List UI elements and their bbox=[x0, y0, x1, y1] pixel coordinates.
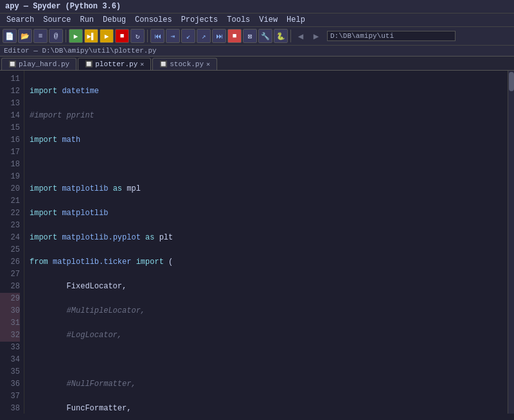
code-container: 11121314 15161718 19202122 23242526 2728… bbox=[0, 71, 514, 414]
toolbar-restart[interactable]: ↻ bbox=[130, 29, 145, 43]
tab-label-play: play_hard.py bbox=[19, 60, 69, 68]
toolbar-forward[interactable]: ▶ bbox=[309, 29, 323, 43]
code-content[interactable]: import datetime #import pprint import ma… bbox=[24, 71, 508, 414]
editor-header: Editor — D:\DB\amipy\util\plotter.py bbox=[0, 46, 514, 57]
tab-label-plotter: plotter.py bbox=[95, 60, 137, 68]
toolbar-path[interactable]: D:\DB\amipy\uti bbox=[327, 31, 456, 41]
menu-source[interactable]: Source bbox=[39, 15, 75, 25]
tabs: 🔲 play_hard.py 🔲 plotter.py ✕ 🔲 stock.py… bbox=[0, 57, 514, 71]
toolbar-run-cell[interactable]: ▶▌ bbox=[84, 29, 98, 43]
toolbar-debug-in[interactable]: ↙ bbox=[181, 29, 195, 43]
menu-tools[interactable]: Tools bbox=[223, 15, 254, 25]
toolbar-run[interactable]: ▶ bbox=[69, 29, 83, 43]
editor-path: Editor — D:\DB\amipy\util\plotter.py bbox=[4, 47, 157, 55]
menu-bar: Search Source Run Debug Consoles Project… bbox=[0, 13, 514, 27]
toolbar-debug-out[interactable]: ↗ bbox=[197, 29, 211, 43]
toolbar-python[interactable]: 🐍 bbox=[274, 29, 288, 43]
toolbar-breakpoint[interactable]: ⊠ bbox=[243, 29, 257, 43]
toolbar-debug-step[interactable]: ⇥ bbox=[166, 29, 180, 43]
tab-label-stock: stock.py bbox=[170, 60, 204, 68]
title-bar: apy — Spyder (Python 3.6) bbox=[0, 0, 514, 13]
sep2 bbox=[147, 30, 148, 42]
toolbar: 📄 📂 ≡ @ ▶ ▶▌ ▶ ■ ↻ ⏮ ⇥ ↙ ↗ ⏭ ■ ⊠ 🔧 🐍 ◀ ▶… bbox=[0, 27, 514, 46]
toolbar-open[interactable]: 📂 bbox=[18, 29, 32, 43]
menu-consoles[interactable]: Consoles bbox=[131, 15, 176, 25]
tab-close-plotter[interactable]: ✕ bbox=[140, 60, 144, 68]
toolbar-back[interactable]: ◀ bbox=[294, 29, 308, 43]
line-numbers: 11121314 15161718 19202122 23242526 2728… bbox=[0, 71, 24, 414]
toolbar-stop[interactable]: ■ bbox=[115, 29, 129, 43]
menu-debug[interactable]: Debug bbox=[99, 15, 130, 25]
scroll-thumb[interactable] bbox=[509, 72, 514, 91]
tab-icon-play: 🔲 bbox=[8, 60, 16, 68]
menu-projects[interactable]: Projects bbox=[177, 15, 222, 25]
toolbar-debug-stop[interactable]: ■ bbox=[227, 29, 242, 43]
toolbar-list[interactable]: ≡ bbox=[33, 29, 48, 43]
tab-stock[interactable]: 🔲 stock.py ✕ bbox=[152, 58, 217, 70]
toolbar-new[interactable]: 📄 bbox=[3, 29, 17, 43]
tab-close-stock[interactable]: ✕ bbox=[206, 60, 210, 68]
tab-plotter[interactable]: 🔲 plotter.py ✕ bbox=[78, 58, 151, 70]
menu-search[interactable]: Search bbox=[3, 15, 38, 25]
menu-view[interactable]: View bbox=[255, 15, 281, 25]
title-text: apy — Spyder (Python 3.6) bbox=[5, 2, 121, 11]
menu-help[interactable]: Help bbox=[283, 15, 309, 25]
tab-icon-stock: 🔲 bbox=[159, 60, 167, 68]
scrollbar-vertical[interactable] bbox=[508, 71, 514, 414]
sep3 bbox=[290, 30, 291, 42]
menu-run[interactable]: Run bbox=[76, 15, 98, 25]
toolbar-at[interactable]: @ bbox=[49, 29, 63, 43]
toolbar-wrench[interactable]: 🔧 bbox=[258, 29, 272, 43]
tab-icon-plotter: 🔲 bbox=[85, 60, 93, 68]
toolbar-run-sel[interactable]: ▶ bbox=[100, 29, 114, 43]
tab-play-hard[interactable]: 🔲 play_hard.py bbox=[1, 58, 76, 70]
sep1 bbox=[66, 30, 66, 42]
toolbar-debug-cont[interactable]: ⏭ bbox=[212, 29, 226, 43]
toolbar-debug-start[interactable]: ⏮ bbox=[150, 29, 164, 43]
